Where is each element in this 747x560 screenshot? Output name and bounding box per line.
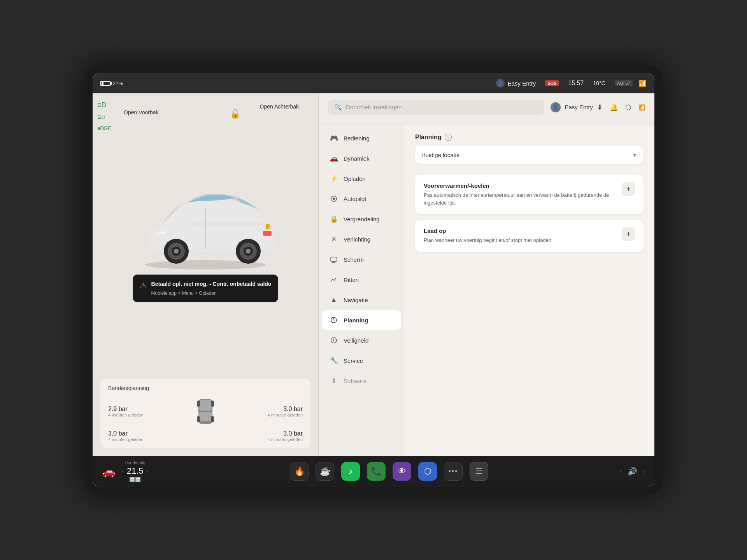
menu-label-autopilot: Autopilot xyxy=(344,196,366,202)
warning-text: Betaald opl. niet mog. - Contr. onbetaal… xyxy=(151,280,272,297)
menu-label-scherm: Scherm xyxy=(344,256,364,263)
easy-entry-profile[interactable]: 👤 Easy Entry xyxy=(496,79,536,88)
svg-rect-1 xyxy=(154,234,166,237)
volume-icon[interactable]: 🔊 xyxy=(628,467,637,476)
search-box[interactable]: 🔍 Doorzoek instellingen xyxy=(328,100,544,115)
battery-icon xyxy=(100,81,110,86)
door-rear-label[interactable]: Open Achterbak xyxy=(260,103,299,110)
top-bar-left: 27% xyxy=(100,80,490,86)
app-coffee[interactable]: ☕ xyxy=(316,462,334,481)
svg-rect-2 xyxy=(263,231,272,236)
menu-item-veiligheid[interactable]: Veiligheid xyxy=(322,331,401,350)
temp-arrow-left[interactable]: ‹ xyxy=(122,468,124,474)
menu-label-ritten: Ritten xyxy=(344,276,359,283)
card-laad-op-title: Laad op xyxy=(424,228,615,234)
car-bottom-icon[interactable]: 🚗 xyxy=(102,465,116,478)
screen-inner: 27% 👤 Easy Entry SOS 15:57 10°C AQI 57 📶 xyxy=(93,73,654,487)
add-laad-op-button[interactable]: + xyxy=(622,228,635,241)
card-voorverwarmen: Voorverwarmen/-koelen Pas automatisch de… xyxy=(415,175,644,214)
right-panel: 🔍 Doorzoek instellingen 👤 Easy Entry ⬇ 🔔… xyxy=(319,93,654,456)
time-display: 15:57 xyxy=(568,80,584,87)
card-voorverwarmen-desc: Pas automatisch de interieurtemperatuur … xyxy=(424,191,615,206)
tire-fl: 2.9 bar 4 minuten geleden xyxy=(108,406,191,417)
warning-icon: ⚠ xyxy=(140,281,147,290)
menu-item-vergrendeling[interactable]: 🔒 Vergrendeling xyxy=(322,209,401,229)
svg-rect-24 xyxy=(331,257,337,261)
menu-item-dynamiek[interactable]: 🚗 Dynamiek xyxy=(322,149,401,168)
ritten-icon xyxy=(330,275,338,284)
nav-arrow-left[interactable]: ‹ xyxy=(620,467,622,476)
info-icon[interactable]: i xyxy=(445,134,452,141)
main-area: ≡D ≡○ ≡DGE Open Voorbak Open Achterbak 🔓 xyxy=(93,93,654,456)
menu-item-autopilot[interactable]: Autopilot xyxy=(322,189,401,208)
svg-rect-19 xyxy=(211,401,214,407)
card-laad-op: Laad op Plan wanneer uw voertuig begint … xyxy=(415,220,644,252)
menu-label-opladen: Opladen xyxy=(344,175,366,182)
app-more[interactable]: ••• xyxy=(444,462,463,481)
temp-control: Handmatig ‹ 21.5 › 🪟🪟 xyxy=(122,460,148,482)
left-panel: ≡D ≡○ ≡DGE Open Voorbak Open Achterbak 🔓 xyxy=(93,93,318,456)
scherm-icon xyxy=(330,255,338,264)
menu-label-vergrendeling: Vergrendeling xyxy=(344,216,380,222)
app-notes[interactable]: ☰ xyxy=(470,462,488,481)
tire-rl: 3.0 bar 4 minuten geleden xyxy=(108,430,191,442)
bluetooth-header-icon[interactable]: ⬡ xyxy=(625,103,631,112)
menu-item-planning[interactable]: Planning xyxy=(322,310,401,330)
app-spotify[interactable]: ♪ xyxy=(341,462,360,481)
car-top-view xyxy=(194,396,217,427)
card-voorverwarmen-title: Voorverwarmen/-koelen xyxy=(424,182,615,189)
location-dropdown[interactable]: Huidige locatie ▼ xyxy=(415,146,644,164)
svg-rect-17 xyxy=(199,412,212,421)
profile-icon: 👤 xyxy=(551,102,561,112)
sos-badge[interactable]: SOS xyxy=(545,80,559,86)
add-voorverwarmen-button[interactable]: + xyxy=(622,182,635,196)
door-front-label[interactable]: Open Voorbak xyxy=(124,109,159,116)
bottom-divider-2 xyxy=(595,462,595,481)
svg-point-23 xyxy=(333,198,335,200)
easy-entry-label: Easy Entry xyxy=(508,80,536,87)
search-icon: 🔍 xyxy=(334,103,342,111)
menu-item-service[interactable]: 🔧 Service xyxy=(322,351,401,370)
dynamiek-icon: 🚗 xyxy=(330,154,338,163)
verlichting-icon: ✳ xyxy=(330,235,338,243)
notification-icon[interactable]: 🔔 xyxy=(610,103,618,112)
menu-item-software[interactable]: ⬇ Software xyxy=(322,371,401,390)
menu-label-service: Service xyxy=(344,357,363,364)
lock-icon[interactable]: 🔓 xyxy=(230,109,240,119)
menu-item-navigatie[interactable]: ▲ Navigatie xyxy=(322,290,401,310)
svg-rect-18 xyxy=(197,401,200,407)
bottom-divider xyxy=(183,462,183,481)
battery-pct: 27% xyxy=(113,80,123,86)
search-placeholder: Doorzoek instellingen xyxy=(346,104,402,110)
menu-item-bediening[interactable]: 🎮 Bediening xyxy=(322,128,401,148)
svg-point-10 xyxy=(246,249,251,254)
app-bluetooth[interactable]: ⬡ xyxy=(418,462,437,481)
download-icon[interactable]: ⬇ xyxy=(597,103,603,112)
temp-arrow-right[interactable]: › xyxy=(147,468,149,474)
menu-item-verlichting[interactable]: ✳ Verlichting xyxy=(322,229,401,249)
profile-icon-sm: 👤 xyxy=(496,79,505,88)
menu-label-veiligheid: Veiligheid xyxy=(344,337,368,344)
settings-menu: 🎮 Bediening 🚗 Dynamiek ⚡ Opladen xyxy=(319,124,404,456)
menu-item-ritten[interactable]: Ritten xyxy=(322,270,401,289)
menu-item-scherm[interactable]: Scherm xyxy=(322,250,401,269)
tire-pressure-box: Bandenspanning 2.9 bar 4 minuten geleden xyxy=(100,379,310,448)
top-bar-right: 📶 xyxy=(639,80,647,87)
svg-point-6 xyxy=(174,249,179,254)
app-camera[interactable]: 👁 xyxy=(393,462,411,481)
menu-item-opladen[interactable]: ⚡ Opladen xyxy=(322,169,401,188)
tire-grid: 2.9 bar 4 minuten geleden xyxy=(108,396,303,442)
planning-section: Planning i Huidige locatie ▼ xyxy=(415,134,644,164)
bediening-icon: 🎮 xyxy=(330,134,338,142)
app-phone[interactable]: 📞 xyxy=(367,462,386,481)
tire-title: Bandenspanning xyxy=(108,385,303,391)
warning-sub: Mobiele app > Menu > Opladen xyxy=(151,290,272,297)
svg-rect-20 xyxy=(197,416,200,422)
nav-arrow-right[interactable]: › xyxy=(643,467,645,476)
profile-row[interactable]: 👤 Easy Entry ⬇ 🔔 ⬡ 📶 xyxy=(551,102,645,112)
card-laad-op-desc: Plan wanneer uw voertuig begint en/of st… xyxy=(424,236,615,244)
app-heater[interactable]: 🔥 xyxy=(290,462,309,481)
battery-indicator: 27% xyxy=(100,80,123,86)
temp-display: 10°C xyxy=(593,80,605,86)
vergrendeling-icon: 🔒 xyxy=(330,215,338,223)
